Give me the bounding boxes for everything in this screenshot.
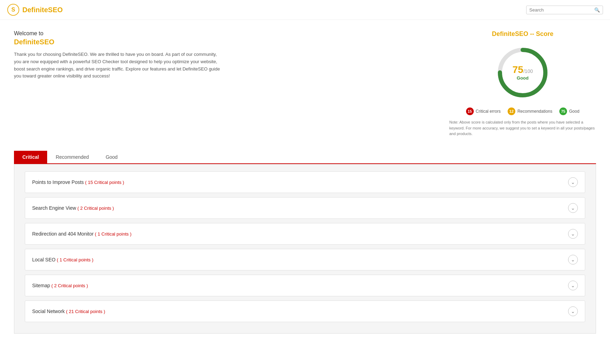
score-title-definite: Definite [492,30,515,37]
score-title-seo: SEO [515,30,528,37]
accordion-item[interactable]: Redirection and 404 Monitor ( 1 Critical… [25,223,585,245]
score-value: 75 [513,64,523,75]
good-badge: 75 [559,107,567,115]
tab-good[interactable]: Good [97,151,126,163]
welcome-section: Welcome to DefiniteSEO Thank you for cho… [14,30,224,80]
accordion-item[interactable]: Points to Improve Posts ( 15 Critical po… [25,171,585,193]
accordion-badge: ( 15 Critical points ) [84,180,124,185]
accordion-item[interactable]: Social Network ( 21 Critical points ) ⌄ [25,300,585,322]
content-area: Points to Improve Posts ( 15 Critical po… [14,164,596,334]
recommendations-label: Recommendations [517,109,552,114]
legend-good: 75 Good [559,107,579,115]
chevron-down-icon: ⌄ [568,255,578,265]
gauge-container: 75/100 Good [495,45,551,101]
logo-definite: Definite [22,6,48,14]
accordion-label: Local SEO ( 1 Critical points ) [32,257,93,262]
accordion-badge: ( 2 Critical points ) [50,283,88,288]
header: S DefiniteSEO 🔍 [0,0,610,20]
accordion-item[interactable]: Search Engine View ( 2 Critical points )… [25,197,585,219]
legend-critical: 15 Critical errors [466,107,501,115]
good-label: Good [569,109,579,114]
svg-text:S: S [12,6,15,13]
accordion-badge: ( 1 Critical points ) [94,231,131,237]
score-title: DefiniteSEO -- Score [449,30,596,38]
welcome-description: Thank you for choosing DefiniteSEO. We a… [14,51,224,80]
logo-text: DefiniteSEO [22,6,63,14]
score-note: Note: Above score is calculated only fro… [449,119,596,137]
tabs: Critical Recommended Good [14,151,596,164]
legend-recommendations: 12 Recommendations [508,107,552,115]
recommendations-badge: 12 [508,107,515,115]
gauge-score-value: 75/100 [513,65,533,75]
accordion-label: Social Network ( 21 Critical points ) [32,309,105,314]
search-box[interactable]: 🔍 [526,6,603,14]
chevron-down-icon: ⌄ [568,177,578,187]
accordion-item[interactable]: Local SEO ( 1 Critical points ) ⌄ [25,249,585,270]
chevron-down-icon: ⌄ [568,229,578,239]
chevron-down-icon: ⌄ [568,281,578,290]
logo: S DefiniteSEO [7,3,63,16]
search-icon: 🔍 [594,7,600,13]
accordion-badge: ( 1 Critical points ) [56,257,93,262]
score-title-suffix: -- Score [528,30,553,37]
logo-seo: SEO [48,6,63,14]
welcome-brand: DefiniteSEO [14,38,224,46]
critical-badge: 15 [466,107,474,115]
score-legend: 15 Critical errors 12 Recommendations 75… [449,107,596,115]
chevron-down-icon: ⌄ [568,203,578,213]
score-total: /100 [523,68,533,74]
logo-icon: S [7,3,20,16]
accordion-label: Points to Improve Posts ( 15 Critical po… [32,179,124,185]
main-content: Welcome to DefiniteSEO Thank you for cho… [0,20,610,344]
search-input[interactable] [529,7,594,13]
accordion-item[interactable]: Sitemap ( 2 Critical points ) ⌄ [25,275,585,296]
chevron-down-icon: ⌄ [568,306,578,316]
gauge-text: 75/100 Good [513,65,533,81]
top-section: Welcome to DefiniteSEO Thank you for cho… [14,30,596,137]
accordion-badge: ( 21 Critical points ) [65,309,105,314]
critical-label: Critical errors [476,109,501,114]
accordion-label: Redirection and 404 Monitor ( 1 Critical… [32,231,131,237]
score-section: DefiniteSEO -- Score 75/100 Good [449,30,596,137]
accordion-badge: ( 2 Critical points ) [76,206,114,211]
accordion-label: Sitemap ( 2 Critical points ) [32,283,88,288]
accordion-label: Search Engine View ( 2 Critical points ) [32,205,114,211]
tab-recommended[interactable]: Recommended [47,151,97,163]
welcome-title: Welcome to [14,30,224,37]
tab-critical[interactable]: Critical [14,151,47,163]
gauge-label: Good [513,75,533,81]
